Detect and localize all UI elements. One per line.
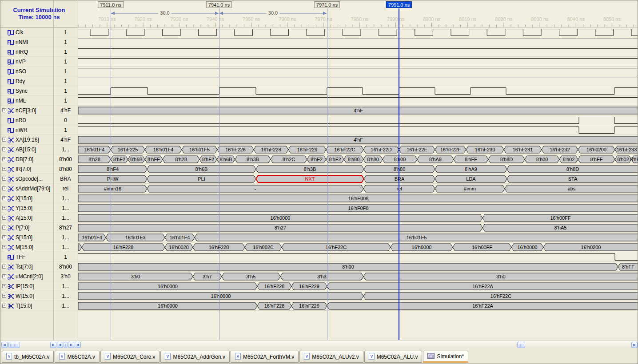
wave-row[interactable]: 8'h008'hFF [78, 262, 638, 272]
expand-button[interactable]: + [2, 235, 6, 239]
cursor-flag[interactable]: 7941.0 ns [206, 1, 232, 8]
cursor-line[interactable] [399, 8, 399, 340]
signal-row[interactable]: +Sync1 [0, 86, 78, 96]
waveform-panel[interactable]: 7910 ns7920 ns7930 ns7940 ns7950 ns7960 … [78, 0, 638, 340]
wave-row[interactable] [78, 96, 638, 106]
value-scroll-left-icon[interactable]: ◀ [57, 342, 63, 348]
signal-row[interactable]: +XA[19:16]4'hF [0, 135, 78, 145]
name-scroll-right-icon[interactable]: ▶ [50, 342, 56, 348]
wave-row[interactable] [78, 57, 638, 67]
tab-m65c02a-core-v[interactable]: vM65C02A_Core.v [100, 351, 160, 363]
expand-button[interactable]: + [2, 157, 6, 161]
expand-button[interactable]: + [2, 108, 6, 112]
tab-tb-m65c02a-v[interactable]: vtb_M65C02A.v [2, 351, 54, 363]
signal-row[interactable]: +nML1 [0, 96, 78, 106]
wave-row[interactable]: PHWPLINXTBRALDASTA [78, 174, 638, 184]
signal-row[interactable]: +IP[15:0]1... [0, 281, 78, 291]
wave-row[interactable] [78, 37, 638, 47]
cursor-line[interactable] [219, 8, 219, 340]
wave-row[interactable]: 16'hF0F8 [78, 203, 638, 213]
tab-m65c02a-aluv2-v[interactable]: vM65C02A_ALUv2.v [299, 351, 363, 363]
signal-row[interactable]: +Tst[7:0]8'h00 [0, 262, 78, 272]
cursor-flag[interactable]: 7991.0 ns [386, 1, 412, 8]
signal-row[interactable]: +Rdy1 [0, 76, 78, 86]
wave-row[interactable]: 3'h03'h73'h53'h33'h0 [78, 272, 638, 281]
signal-row[interactable]: +S[15:0]1... [0, 233, 78, 242]
signal-row[interactable]: +nVP1 [0, 57, 78, 67]
signal-row[interactable]: +X[15:0]1... [0, 194, 78, 203]
signal-row[interactable]: +sOpcode[...BRA [0, 174, 78, 184]
wave-row[interactable]: 16'h01F416'h01F316'h01F416'h01F5 [78, 233, 638, 242]
tab-simulation-[interactable]: Simulation* [423, 351, 468, 363]
wave-scrollbar-thumb[interactable] [517, 342, 525, 348]
wave-row[interactable]: 4'hF [78, 106, 638, 115]
expand-button[interactable]: + [2, 167, 6, 171]
signal-row[interactable]: +AB[15:0]1... [0, 145, 78, 154]
signal-row[interactable]: +IR[7:0]8'h80 [0, 164, 78, 174]
wave-scroll-right-icon[interactable]: ▶ [631, 342, 638, 348]
wave-row[interactable]: 16'hF008 [78, 194, 638, 203]
signal-row[interactable]: +uMCntl[2:0]3'h0 [0, 272, 78, 281]
wave-row[interactable]: 16'h000016'hF22C [78, 291, 638, 301]
wave-row[interactable]: 8'h288'hF28'h6B8'hFF8'h288'hF28'h6B8'h3B… [78, 154, 638, 164]
wave-row[interactable]: 8'hF48'h6B8'h3B8'h808'hA98'h8D [78, 164, 638, 174]
name-scroll-left-icon[interactable]: ◀ [1, 342, 8, 348]
wave-row[interactable]: 16'h000016'hF22816'hF22916'hF22A [78, 301, 638, 311]
wave-row[interactable] [78, 115, 638, 125]
expand-button[interactable]: + [2, 147, 6, 151]
cursor-flag[interactable]: 7971.0 ns [314, 1, 340, 8]
tab-m65c02a-forthvm-v[interactable]: vM65C02A_ForthVM.v [231, 351, 299, 363]
signal-row[interactable]: +A[15:0]1... [0, 213, 78, 223]
signal-row[interactable]: +M[15:0]1... [0, 242, 78, 252]
signal-row[interactable]: +nNMI1 [0, 37, 78, 47]
signal-row[interactable]: +nWR1 [0, 125, 78, 135]
tab-m65c02a-alu-v[interactable]: vM65C02A_ALU.v [364, 351, 423, 363]
signal-row[interactable]: +nIRQ1 [0, 47, 78, 57]
signal-row[interactable]: +Y[15:0]1... [0, 203, 78, 213]
wave-row[interactable]: 4'hF [78, 135, 638, 145]
wave-row[interactable]: 8'h278'hA5 [78, 223, 638, 233]
wave-row[interactable] [78, 28, 638, 37]
signal-row[interactable]: +sAddrMd[79:0]rel [0, 184, 78, 194]
signal-row[interactable]: +P[7:0]8'h27 [0, 223, 78, 233]
value-scroll-right-icon[interactable]: ▶ [68, 342, 74, 348]
wave-row[interactable] [78, 86, 638, 96]
name-scrollbar-thumb[interactable] [8, 342, 20, 348]
wave-row[interactable]: 16'h000016'hF22816'hF22916'hF22A [78, 281, 638, 291]
cursor-flag[interactable]: 7911.0 ns [98, 1, 124, 8]
signal-row[interactable]: +nCE[3:0]4'hF [0, 106, 78, 115]
expand-button[interactable]: + [2, 216, 6, 220]
signal-row[interactable]: +nRD0 [0, 115, 78, 125]
expand-button[interactable]: + [2, 177, 6, 181]
value-scrollbar-thumb[interactable] [64, 342, 68, 348]
tab-m65c02a-addrgen-v[interactable]: vM65C02A_AddrGen.v [160, 351, 229, 363]
expand-button[interactable]: + [2, 226, 6, 229]
cursor-line[interactable] [111, 8, 111, 340]
expand-button[interactable]: + [2, 284, 6, 288]
signal-row[interactable]: +W[15:0]1... [0, 291, 78, 301]
expand-button[interactable]: + [2, 265, 6, 269]
expand-button[interactable]: + [2, 294, 6, 298]
signal-row[interactable]: +Clk1 [0, 28, 78, 37]
wave-row[interactable]: 16'hF22816'h002816'hF22816'h002C16'hF22C… [78, 242, 638, 252]
expand-button[interactable]: + [2, 138, 6, 142]
wave-row[interactable] [78, 67, 638, 76]
signal-row[interactable]: +TFF1 [0, 252, 78, 262]
signal-row[interactable]: +DB[7:0]8'h00 [0, 154, 78, 164]
expand-button[interactable]: + [2, 304, 6, 308]
expand-button[interactable]: + [2, 196, 6, 200]
signal-row[interactable]: +nSO1 [0, 67, 78, 76]
expand-button[interactable]: + [2, 186, 6, 190]
wave-row[interactable] [78, 76, 638, 86]
cursor-line[interactable] [327, 8, 327, 340]
wave-row[interactable] [78, 47, 638, 57]
expand-button[interactable]: + [2, 206, 6, 210]
expand-button[interactable]: + [2, 245, 6, 249]
signal-row[interactable]: +T[15:0]1... [0, 301, 78, 311]
wave-row[interactable] [78, 125, 638, 135]
wave-row[interactable]: #imm16-rel#immabs [78, 184, 638, 194]
wave-row[interactable] [78, 252, 638, 262]
wave-row[interactable]: 16'h000016'h00FF [78, 213, 638, 223]
tab-m65c02a-v[interactable]: vM65C02A.v [55, 351, 100, 363]
expand-button[interactable]: + [2, 274, 6, 278]
